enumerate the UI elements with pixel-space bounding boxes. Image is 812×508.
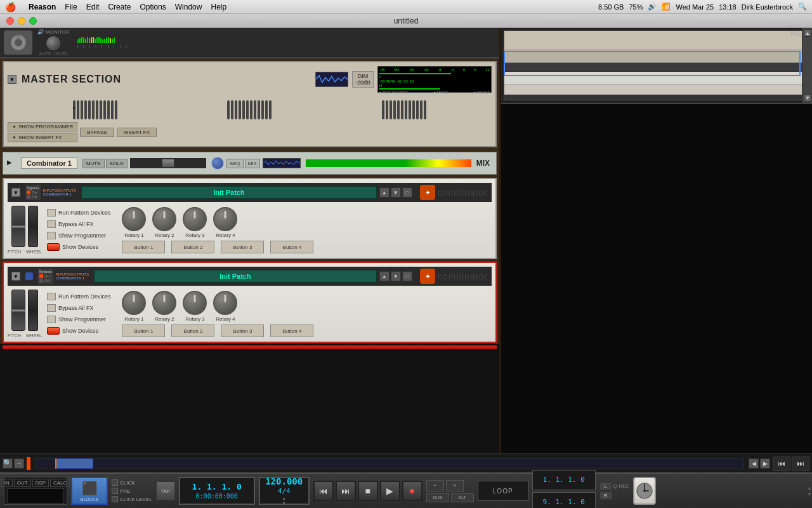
- master-collapse-btn[interactable]: ▼: [8, 75, 16, 84]
- device-btn-1-2[interactable]: Button 2: [171, 241, 214, 253]
- click-checkbox[interactable]: [112, 479, 118, 486]
- device-btn-1-1[interactable]: Button 1: [122, 241, 165, 253]
- show-programmer-btn[interactable]: ▼ SHOW PROGRAMMER: [8, 122, 77, 131]
- seq-back-btn[interactable]: ⏮: [773, 457, 790, 471]
- mod-wheel-1[interactable]: [28, 206, 38, 247]
- plus-btn[interactable]: +: [426, 480, 444, 491]
- dsp-tab-out[interactable]: OUT: [14, 479, 31, 487]
- patch-save-2[interactable]: □: [402, 271, 412, 281]
- rotary-1-2[interactable]: [152, 207, 176, 231]
- menu-options[interactable]: Options: [140, 3, 166, 11]
- mute-btn[interactable]: MUTE: [82, 159, 105, 168]
- patch-next-2[interactable]: ▼: [391, 271, 401, 281]
- patch-next-1[interactable]: ▼: [391, 187, 401, 197]
- menu-file[interactable]: File: [65, 3, 77, 11]
- pos-down-btn[interactable]: ▼: [807, 491, 812, 497]
- blocks-button[interactable]: ⬛ BLOCKS: [71, 477, 108, 505]
- rewind-btn[interactable]: ⏮: [313, 481, 334, 501]
- bypass-fx-checkbox-2[interactable]: [47, 304, 56, 312]
- run-pattern-checkbox-1[interactable]: [47, 209, 56, 217]
- show-devices-led-2[interactable]: [47, 327, 60, 335]
- apple-menu[interactable]: 🍎: [5, 2, 16, 12]
- rotary-1-4[interactable]: [213, 207, 237, 231]
- maximize-button[interactable]: [29, 17, 37, 25]
- dsp-tab-in[interactable]: IN: [1, 479, 13, 487]
- patch-save-1[interactable]: □: [402, 187, 412, 197]
- monitor-knob[interactable]: [46, 36, 60, 50]
- combinator-collapse-2[interactable]: ▼: [11, 272, 20, 281]
- seq-forward-btn[interactable]: ⏭: [792, 457, 809, 471]
- show-devices-led-1[interactable]: [47, 243, 60, 251]
- rotary-2-2[interactable]: [152, 291, 176, 315]
- minimize-button[interactable]: [18, 17, 25, 25]
- device-btn-2-4[interactable]: Button 4: [270, 324, 313, 337]
- rotary-1-1[interactable]: [122, 207, 146, 231]
- pitch-wheel-2[interactable]: [11, 290, 25, 331]
- dsp-tab-calc[interactable]: CALC: [50, 479, 70, 487]
- app-menu-reason[interactable]: Reason: [29, 3, 56, 11]
- mix-strip-btn[interactable]: MIX: [245, 159, 260, 168]
- combinator-fader[interactable]: [130, 158, 206, 168]
- click-level-checkbox[interactable]: [112, 496, 118, 502]
- record-btn[interactable]: ●: [402, 481, 422, 501]
- stop-btn[interactable]: ■: [358, 481, 378, 501]
- scroll-up-btn[interactable]: ▲: [804, 29, 811, 37]
- r-btn[interactable]: R: [599, 491, 612, 500]
- menu-window[interactable]: Window: [175, 3, 202, 11]
- device-btn-2-1[interactable]: Button 1: [122, 324, 165, 337]
- scroll-right-seq-btn[interactable]: ▶: [760, 458, 770, 469]
- close-button[interactable]: [6, 17, 14, 25]
- run-pattern-checkbox-2[interactable]: [47, 293, 56, 300]
- menu-edit[interactable]: Edit: [86, 3, 100, 11]
- dsp-tab-dsp[interactable]: DSP: [32, 479, 49, 487]
- device-btn-2-2[interactable]: Button 2: [171, 324, 214, 337]
- dub-btn[interactable]: DUB: [426, 493, 449, 502]
- menu-help[interactable]: Help: [211, 3, 226, 11]
- fast-forward-btn[interactable]: ⏭: [336, 481, 356, 501]
- off-indicator-1[interactable]: [27, 195, 30, 199]
- reset-label[interactable]: ■ RESET: [474, 91, 490, 95]
- device-btn-1-3[interactable]: Button 3: [221, 241, 264, 253]
- patch-display-1[interactable]: Init Patch: [81, 186, 377, 199]
- l-btn[interactable]: L: [599, 482, 612, 490]
- insert-fx-btn[interactable]: INSERT FX: [117, 128, 157, 137]
- menu-create[interactable]: Create: [108, 3, 131, 11]
- rotary-1-3[interactable]: [183, 207, 207, 231]
- show-programmer-checkbox-1[interactable]: [47, 232, 56, 239]
- pre-checkbox[interactable]: [112, 488, 118, 494]
- tap-button[interactable]: TAP: [156, 481, 175, 500]
- guru-button[interactable]: [633, 477, 656, 505]
- mode-label[interactable]: ■ MODE: [433, 91, 448, 95]
- pan-knob[interactable]: [211, 157, 224, 170]
- rotary-2-4[interactable]: [213, 291, 237, 315]
- bypass-indicator-1[interactable]: [27, 190, 30, 194]
- solo-btn[interactable]: SOLO: [106, 159, 128, 168]
- tempo-down-btn[interactable]: ▼: [282, 501, 286, 505]
- search-icon[interactable]: 🔍: [798, 3, 807, 11]
- device-btn-1-4[interactable]: Button 4: [270, 241, 313, 253]
- scroll-down-btn[interactable]: ▼: [804, 94, 811, 102]
- pos-up-btn[interactable]: ▲: [807, 485, 812, 491]
- dim-display[interactable]: DIM -20dB: [352, 71, 374, 88]
- seq-btn[interactable]: SEQ: [226, 159, 244, 168]
- loop-display[interactable]: LOOP: [478, 481, 528, 501]
- sequence-timeline[interactable]: [36, 458, 743, 469]
- alt-btn[interactable]: ALT: [451, 493, 474, 502]
- pencil-btn[interactable]: ✎: [446, 480, 464, 491]
- show-programmer-checkbox-2[interactable]: [47, 316, 56, 323]
- seq-cursor-indicator[interactable]: [27, 457, 30, 470]
- bypass-main-btn[interactable]: BYPASS: [80, 128, 114, 137]
- rotary-2-3[interactable]: [183, 291, 207, 315]
- zoom-in-btn[interactable]: 🔍: [3, 458, 13, 469]
- off-indicator-2[interactable]: [39, 279, 43, 283]
- play-btn[interactable]: ▶: [380, 481, 400, 501]
- bypass-indicator-2[interactable]: [39, 274, 43, 278]
- pitch-wheel-1[interactable]: [11, 206, 25, 247]
- scroll-left-btn[interactable]: ◀: [749, 458, 759, 469]
- tempo-up-btn[interactable]: ▲: [282, 496, 286, 500]
- mod-wheel-2[interactable]: [28, 290, 38, 331]
- rotary-2-1[interactable]: [122, 291, 146, 315]
- combinator-collapse-1[interactable]: ▼: [11, 188, 20, 197]
- patch-display-2[interactable]: Init Patch: [94, 270, 377, 283]
- patch-prev-2[interactable]: ▲: [379, 271, 390, 281]
